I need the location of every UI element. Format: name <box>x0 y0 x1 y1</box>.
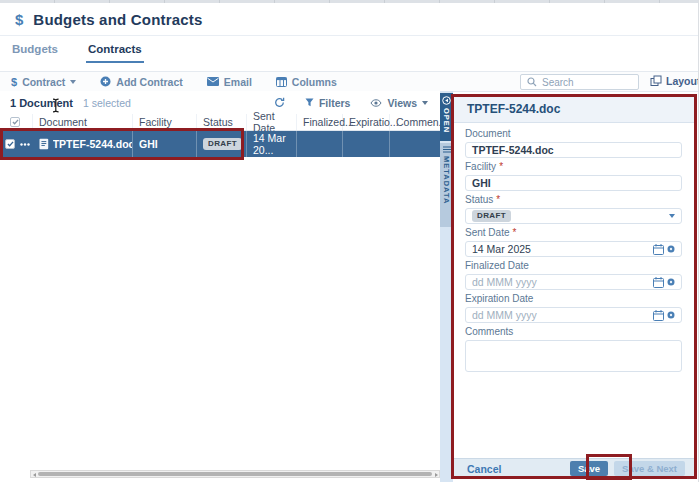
main-tabbar: Budgets Contracts <box>0 38 699 63</box>
comments-textarea[interactable] <box>465 340 682 372</box>
column-header-expiration[interactable]: Expiratio... <box>343 114 390 130</box>
panel-body: Document TPTEF-5244.doc Facility* GHI St… <box>453 123 694 376</box>
row-cell-expiration <box>343 131 390 157</box>
status-dropdown[interactable]: DRAFT <box>465 208 682 224</box>
scroll-left-arrow[interactable] <box>33 473 36 477</box>
panel-title: TPTEF-5244.doc <box>467 102 560 116</box>
views-button[interactable]: Views <box>370 97 428 109</box>
row-cell-finalized <box>297 131 343 157</box>
contract-menu-label: Contract <box>22 76 65 88</box>
document-value: TPTEF-5244.doc <box>472 144 554 156</box>
refresh-icon[interactable] <box>274 97 285 108</box>
finalized-date-label: Finalized Date <box>465 261 682 271</box>
row-checkbox[interactable] <box>5 139 15 149</box>
email-button[interactable]: Email <box>207 76 252 88</box>
field-status: Status* DRAFT <box>465 195 682 224</box>
facility-input[interactable]: GHI <box>465 175 682 191</box>
column-header-facility[interactable]: Facility <box>133 114 197 130</box>
row-cell-comments <box>390 131 440 157</box>
column-header-status[interactable]: Status <box>197 114 247 130</box>
calendar-icon[interactable] <box>653 244 664 255</box>
side-tab-metadata[interactable]: METADATA <box>440 143 453 227</box>
detail-panel: TPTEF-5244.doc Document TPTEF-5244.doc F… <box>453 96 694 478</box>
text-cursor <box>51 98 61 113</box>
title-bar: $ Budgets and Contracts <box>0 3 699 36</box>
scroll-right-arrow[interactable] <box>435 473 438 477</box>
add-contract-label: Add Contract <box>116 76 183 88</box>
row-menu-icon[interactable] <box>20 143 30 146</box>
finalized-date-input[interactable]: dd MMM yyyy <box>465 274 682 290</box>
side-tab-metadata-label: METADATA <box>442 156 451 204</box>
table-header: Document Facility Status Sent Date Final… <box>0 114 440 131</box>
document-icon <box>39 138 49 150</box>
metadata-list-icon <box>443 146 451 153</box>
columns-button[interactable]: Columns <box>276 76 337 88</box>
expiration-date-placeholder: dd MMM yyyy <box>472 309 537 321</box>
chevron-down-icon <box>70 80 76 84</box>
search-input[interactable] <box>542 77 627 88</box>
required-marker: * <box>499 161 503 172</box>
cancel-button[interactable]: Cancel <box>467 463 501 475</box>
select-all-cell <box>0 114 33 130</box>
document-input[interactable]: TPTEF-5244.doc <box>465 142 682 158</box>
side-tab-open-label: OPEN <box>442 108 451 133</box>
comments-label: Comments <box>465 327 682 337</box>
check-icon <box>12 119 19 125</box>
horizontal-scrollbar[interactable] <box>30 470 440 478</box>
row-cell-facility: GHI <box>133 131 197 157</box>
facility-label: Facility* <box>465 162 682 172</box>
clock-icon[interactable] <box>667 278 675 286</box>
add-contract-button[interactable]: Add Contract <box>100 76 183 88</box>
column-header-comments[interactable]: Commen... <box>390 114 440 130</box>
status-label: Status* <box>465 195 682 205</box>
selected-count: 1 selected <box>83 97 131 109</box>
row-cell-sent-date: 14 Mar 20... <box>247 131 297 157</box>
search-icon <box>527 77 537 87</box>
eye-icon <box>370 99 382 107</box>
finalized-date-placeholder: dd MMM yyyy <box>472 276 537 288</box>
columns-label: Columns <box>292 76 337 88</box>
save-next-button[interactable]: Save & Next <box>614 461 685 476</box>
clock-icon[interactable] <box>667 245 675 253</box>
sent-date-input[interactable]: 14 Mar 2025 <box>465 241 682 257</box>
plus-circle-icon <box>100 76 111 87</box>
side-tab-open[interactable]: OPEN <box>440 93 453 141</box>
required-marker: * <box>496 194 500 205</box>
tab-budgets[interactable]: Budgets <box>10 38 60 63</box>
column-header-sent-date[interactable]: Sent Date <box>247 114 297 130</box>
document-label: Document <box>465 129 682 139</box>
column-header-document[interactable]: Document <box>33 114 133 130</box>
scrollbar-thumb[interactable] <box>38 472 432 476</box>
tab-contracts[interactable]: Contracts <box>86 38 144 63</box>
dollar-icon: $ <box>15 11 23 28</box>
panel-header: TPTEF-5244.doc <box>453 96 694 123</box>
select-all-checkbox[interactable] <box>10 117 20 127</box>
search-field[interactable] <box>520 74 639 90</box>
calendar-icon[interactable] <box>653 277 664 288</box>
dollar-icon: $ <box>11 76 17 88</box>
status-badge: DRAFT <box>472 210 511 222</box>
field-comments: Comments <box>465 327 682 376</box>
sent-date-value: 14 Mar 2025 <box>472 243 531 255</box>
column-header-finalized[interactable]: Finalized... <box>297 114 343 130</box>
check-icon <box>7 141 14 147</box>
chevron-down-icon <box>669 214 675 218</box>
status-badge: DRAFT <box>203 138 242 150</box>
field-document: Document TPTEF-5244.doc <box>465 129 682 158</box>
filters-button[interactable]: Filters <box>305 97 351 109</box>
save-button[interactable]: Save <box>570 461 608 476</box>
calendar-icon[interactable] <box>653 310 664 321</box>
clock-icon[interactable] <box>667 311 675 319</box>
contract-menu-button[interactable]: $ Contract <box>11 76 76 88</box>
table-row[interactable]: TPTEF-5244.doc GHI DRAFT 14 Mar 20... <box>0 131 440 157</box>
page-title: Budgets and Contracts <box>33 11 202 28</box>
row-document-name: TPTEF-5244.doc <box>53 138 132 150</box>
field-facility: Facility* GHI <box>465 162 682 191</box>
layout-button[interactable]: Layout <box>650 75 699 87</box>
views-label: Views <box>387 97 417 109</box>
expiration-date-input[interactable]: dd MMM yyyy <box>465 307 682 323</box>
columns-icon <box>276 77 287 87</box>
filters-label: Filters <box>319 97 351 109</box>
field-finalized-date: Finalized Date dd MMM yyyy <box>465 261 682 290</box>
email-label: Email <box>224 76 252 88</box>
